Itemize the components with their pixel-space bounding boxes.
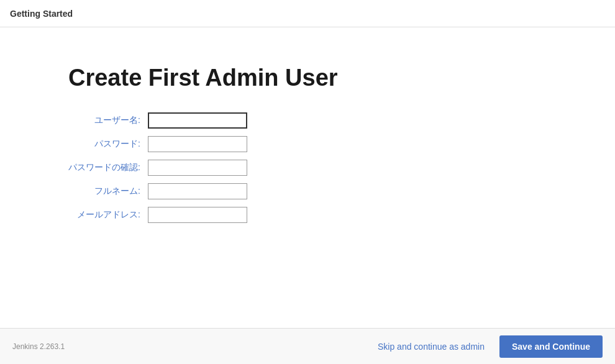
field-email: [148, 203, 247, 227]
form-row-username: ユーザー名:: [68, 109, 247, 132]
version-label: Jenkins 2.263.1: [12, 342, 65, 351]
field-username: [148, 109, 247, 132]
field-fullname: [148, 180, 247, 203]
form-row-password: パスワード:: [68, 132, 247, 156]
page-title: Create First Admin User: [68, 65, 338, 91]
footer-actions: Skip and continue as admin Save and Cont…: [373, 335, 603, 358]
email-input[interactable]: [148, 207, 247, 223]
label-username: ユーザー名:: [68, 109, 148, 132]
header-title: Getting Started: [10, 9, 73, 19]
form-row-fullname: フルネーム:: [68, 180, 247, 203]
password-confirm-input[interactable]: [148, 160, 247, 176]
footer: Jenkins 2.263.1 Skip and continue as adm…: [0, 328, 615, 364]
user-form: ユーザー名: パスワード: パスワードの確認: フルネーム:: [68, 109, 247, 227]
label-email: メールアドレス:: [68, 203, 148, 227]
label-fullname: フルネーム:: [68, 180, 148, 203]
app-header: Getting Started: [0, 0, 615, 27]
save-continue-button[interactable]: Save and Continue: [499, 335, 603, 358]
form-row-email: メールアドレス:: [68, 203, 247, 227]
form-row-password-confirm: パスワードの確認:: [68, 156, 247, 180]
label-password-confirm: パスワードの確認:: [68, 156, 148, 180]
password-input[interactable]: [148, 136, 247, 152]
fullname-input[interactable]: [148, 183, 247, 199]
skip-button[interactable]: Skip and continue as admin: [373, 339, 490, 354]
username-input[interactable]: [148, 112, 247, 129]
main-content: Create First Admin User ユーザー名: パスワード: パス…: [0, 27, 615, 328]
field-password-confirm: [148, 156, 247, 180]
label-password: パスワード:: [68, 132, 148, 156]
field-password: [148, 132, 247, 156]
